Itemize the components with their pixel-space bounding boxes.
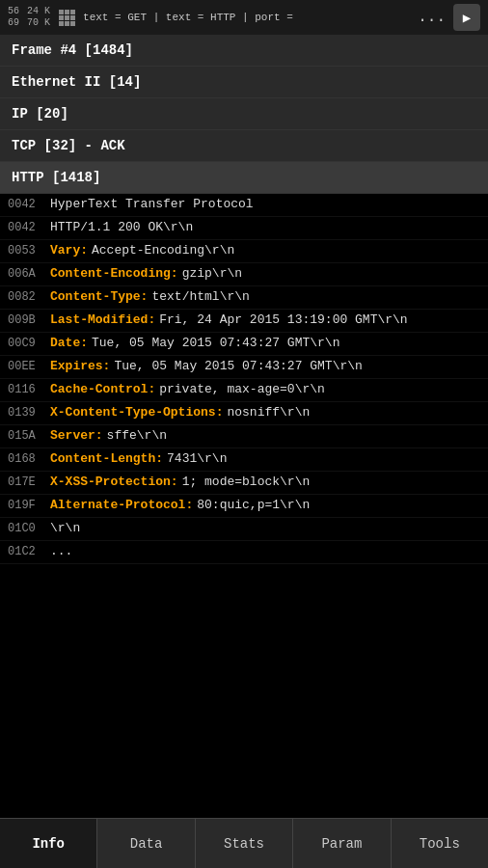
row-key: Expires: bbox=[50, 359, 110, 373]
filter-text: text = GET | text = HTTP | port = bbox=[83, 12, 410, 23]
row-value: gzip\r\n bbox=[182, 266, 242, 281]
tab-bar: Info Data Stats Param Tools bbox=[0, 818, 488, 868]
table-row[interactable]: 0139X-Content-Type-Options: nosniff\r\n bbox=[0, 402, 488, 425]
kb-up: 24 K bbox=[27, 6, 50, 17]
table-row[interactable]: 006AContent-Encoding: gzip\r\n bbox=[0, 263, 488, 286]
tcp-header[interactable]: TCP [32] - ACK bbox=[0, 130, 488, 162]
svg-rect-5 bbox=[70, 15, 75, 20]
row-plain-value: \r\n bbox=[50, 521, 80, 535]
table-row[interactable]: 009BLast-Modified: Fri, 24 Apr 2015 13:1… bbox=[0, 310, 488, 333]
table-row[interactable]: 01C0\r\n bbox=[0, 518, 488, 541]
row-key: Cache-Control: bbox=[50, 382, 155, 396]
row-offset: 0042 bbox=[8, 198, 44, 211]
row-plain-value: ... bbox=[50, 544, 72, 558]
row-key: Last-Modified: bbox=[50, 312, 155, 327]
row-value: 1; mode=block\r\n bbox=[182, 475, 311, 489]
row-value: sffe\r\n bbox=[107, 428, 167, 443]
signal-block: 56 69 bbox=[8, 6, 19, 29]
row-offset: 0116 bbox=[8, 383, 44, 396]
tab-stats[interactable]: Stats bbox=[196, 819, 293, 868]
play-icon: ▶ bbox=[463, 10, 471, 26]
row-offset: 0053 bbox=[8, 244, 44, 258]
kb-block: 24 K 70 K bbox=[27, 6, 50, 29]
main-content: Frame #4 [1484] Ethernet II [14] IP [20]… bbox=[0, 35, 488, 818]
row-value: text/html\r\n bbox=[151, 289, 249, 304]
row-value: nosniff\r\n bbox=[227, 405, 310, 420]
row-value: Tue, 05 May 2015 07:43:27 GMT\r\n bbox=[114, 359, 362, 373]
signal-up: 56 bbox=[8, 6, 19, 17]
row-value: 80:quic,p=1\r\n bbox=[197, 498, 310, 512]
svg-rect-2 bbox=[70, 10, 75, 14]
row-key: Content-Type: bbox=[50, 289, 148, 304]
row-offset: 019F bbox=[8, 499, 44, 512]
row-key: Alternate-Protocol: bbox=[50, 498, 193, 512]
http-header[interactable]: HTTP [1418] bbox=[0, 162, 488, 194]
row-value: 7431\r\n bbox=[167, 451, 227, 466]
svg-rect-7 bbox=[65, 21, 69, 26]
table-row[interactable]: 015AServer: sffe\r\n bbox=[0, 425, 488, 448]
tab-info[interactable]: Info bbox=[0, 819, 97, 868]
row-plain-value: HTTP/1.1 200 OK\r\n bbox=[50, 220, 193, 234]
svg-rect-3 bbox=[59, 15, 64, 20]
table-row[interactable]: 0053Vary: Accept-Encoding\r\n bbox=[0, 240, 488, 263]
row-value: Accept-Encoding\r\n bbox=[92, 243, 234, 258]
row-offset: 0042 bbox=[8, 221, 44, 234]
svg-rect-1 bbox=[65, 10, 69, 14]
row-offset: 01C2 bbox=[8, 545, 44, 558]
svg-rect-4 bbox=[65, 15, 69, 20]
row-offset: 00C9 bbox=[8, 337, 44, 350]
row-offset: 0139 bbox=[8, 406, 44, 420]
ethernet-header[interactable]: Ethernet II [14] bbox=[0, 67, 488, 98]
table-row[interactable]: 0042HyperText Transfer Protocol bbox=[0, 194, 488, 217]
table-row[interactable]: 00EEExpires: Tue, 05 May 2015 07:43:27 G… bbox=[0, 356, 488, 379]
status-bar: 56 69 24 K 70 K text = GET | text = HTTP… bbox=[0, 0, 488, 35]
row-key: Content-Length: bbox=[50, 451, 163, 466]
table-row[interactable]: 0116Cache-Control: private, max-age=0\r\… bbox=[0, 379, 488, 402]
ip-header[interactable]: IP [20] bbox=[0, 98, 488, 130]
row-offset: 0082 bbox=[8, 290, 44, 304]
frame-header[interactable]: Frame #4 [1484] bbox=[0, 35, 488, 67]
row-offset: 0168 bbox=[8, 452, 44, 466]
row-key: Server: bbox=[50, 428, 103, 443]
row-value: private, max-age=0\r\n bbox=[159, 382, 325, 396]
tab-param[interactable]: Param bbox=[293, 819, 391, 868]
row-plain-value: HyperText Transfer Protocol bbox=[50, 197, 254, 211]
tab-tools[interactable]: Tools bbox=[392, 819, 488, 868]
row-offset: 015A bbox=[8, 429, 44, 443]
table-row[interactable]: 00C9Date: Tue, 05 May 2015 07:43:27 GMT\… bbox=[0, 333, 488, 356]
row-key: X-Content-Type-Options: bbox=[50, 405, 223, 420]
kb-down: 70 K bbox=[27, 17, 50, 29]
row-offset: 00EE bbox=[8, 360, 44, 373]
play-button[interactable]: ▶ bbox=[453, 4, 480, 31]
row-offset: 006A bbox=[8, 267, 44, 281]
table-row[interactable]: 019FAlternate-Protocol: 80:quic,p=1\r\n bbox=[0, 495, 488, 518]
row-value: Fri, 24 Apr 2015 13:19:00 GMT\r\n bbox=[159, 312, 407, 327]
table-row[interactable]: 017EX-XSS-Protection: 1; mode=block\r\n bbox=[0, 472, 488, 495]
more-button[interactable]: ... bbox=[418, 9, 446, 26]
row-key: Content-Encoding: bbox=[50, 266, 178, 281]
table-row[interactable]: 0042HTTP/1.1 200 OK\r\n bbox=[0, 217, 488, 240]
signal-down: 69 bbox=[8, 17, 19, 29]
svg-rect-6 bbox=[59, 21, 64, 26]
table-row[interactable]: 01C2... bbox=[0, 541, 488, 564]
row-offset: 01C0 bbox=[8, 522, 44, 535]
grid-icon bbox=[58, 9, 75, 26]
row-value: Tue, 05 May 2015 07:43:27 GMT\r\n bbox=[92, 336, 339, 350]
svg-rect-0 bbox=[59, 10, 64, 14]
table-row[interactable]: 0168Content-Length: 7431\r\n bbox=[0, 448, 488, 472]
row-key: X-XSS-Protection: bbox=[50, 475, 178, 489]
row-offset: 017E bbox=[8, 475, 44, 489]
row-offset: 009B bbox=[8, 313, 44, 327]
tab-data[interactable]: Data bbox=[97, 819, 195, 868]
row-key: Vary: bbox=[50, 243, 88, 258]
row-key: Date: bbox=[50, 336, 88, 350]
rows-container: 0042HyperText Transfer Protocol0042HTTP/… bbox=[0, 194, 488, 564]
table-row[interactable]: 0082Content-Type: text/html\r\n bbox=[0, 286, 488, 310]
svg-rect-8 bbox=[70, 21, 75, 26]
